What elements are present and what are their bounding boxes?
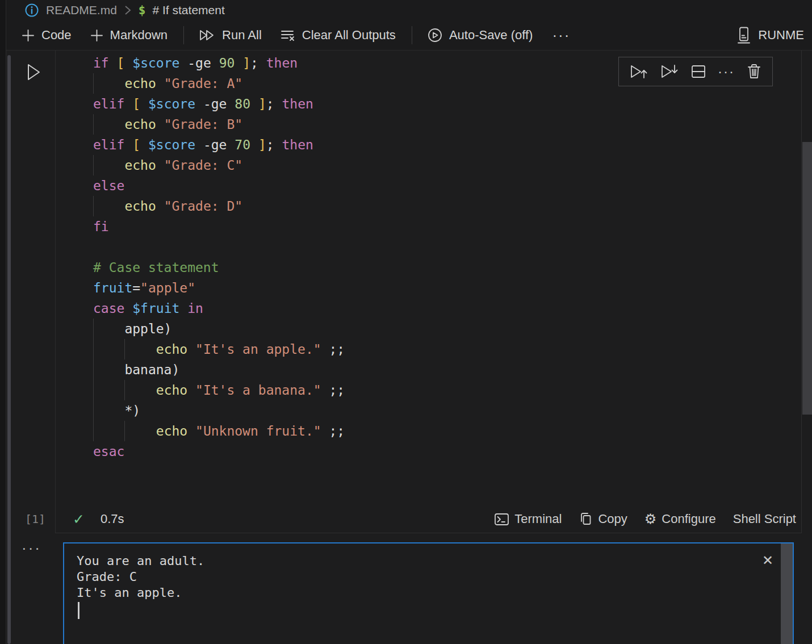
clear-all-outputs-label: Clear All Outputs [302,28,396,43]
run-all-label: Run All [222,28,262,43]
run-all-icon [199,28,216,42]
breadcrumb-file[interactable]: README.md [46,3,117,17]
code-line: echo "Unknown fruit." ;; [93,421,345,441]
split-cell-button[interactable] [690,64,706,80]
add-markdown-button[interactable]: Markdown [90,28,168,43]
code-line: elif [ $score -ge 70 ]; then [93,135,345,155]
add-markdown-label: Markdown [110,28,168,43]
code-line: case $fruit in [93,298,345,319]
output-scrollbar-thumb[interactable] [781,543,793,644]
code-line: echo "Grade: B" [93,114,345,135]
add-icon [21,28,35,43]
output-text: You are an adult.Grade: CIt's an apple. [77,553,204,601]
terminal-label: Terminal [514,512,562,526]
add-code-label: Code [41,28,72,43]
close-icon[interactable]: ✕ [762,553,773,568]
code-line: echo "It's an apple." ;; [93,339,345,359]
code-line: echo "It's a banana." ;; [93,380,345,400]
code-line: echo "Grade: D" [93,196,345,216]
success-check-icon: ✓ [73,505,85,533]
copy-label: Copy [598,512,627,526]
add-code-button[interactable]: Code [21,28,72,43]
code-line: *) [93,400,345,421]
toolbar-more-button[interactable]: ··· [552,27,570,44]
code-lines: if [ $score -ge 90 ]; then echo "Grade: … [93,53,345,462]
run-all-button[interactable]: Run All [199,28,262,43]
configure-button[interactable]: ⚙ Configure [644,512,716,526]
code-line [93,237,345,257]
add-icon [90,28,104,43]
editor-scrollbar-thumb[interactable] [802,142,812,415]
language-label: Shell Script [733,512,796,526]
output-line: Grade: C [77,569,204,585]
code-line: # Case statement [93,257,345,278]
clear-outputs-icon [280,28,296,42]
execution-duration: 0.7s [101,505,124,533]
info-icon [24,3,39,18]
editor-left-strip [0,0,6,644]
terminal-cursor [78,602,79,619]
code-line: apple) [93,319,345,339]
execution-count: [1] [25,505,45,533]
runme-logo-icon [735,26,752,45]
notebook-toolbar: Code Markdown Run All Clear All Outputs … [6,20,812,51]
delete-cell-button[interactable] [746,63,762,80]
code-line: fi [93,216,345,237]
output-line: It's an apple. [77,585,204,601]
code-line: elif [ $score -ge 80 ]; then [93,94,345,114]
run-cell-button[interactable] [25,62,42,82]
copy-icon [579,512,593,526]
runme-label: RUNME [758,28,804,43]
breadcrumb-chevron-icon [124,5,132,16]
cell-status-bar: [1] ✓ 0.7s Terminal Copy ⚙ Configure She… [6,505,802,533]
code-line: banana) [93,359,345,380]
code-line: echo "Grade: C" [93,155,345,175]
cell-code-editor[interactable]: if [ $score -ge 90 ]; then echo "Grade: … [55,51,802,533]
autosave-toggle[interactable]: Auto-Save (off) [427,27,533,43]
autosave-icon [427,27,443,43]
editor-scrollbar[interactable] [801,51,812,533]
configure-label: Configure [662,512,715,526]
output-line: You are an adult. [77,553,204,569]
breadcrumb: README.md $ # If statement [6,0,812,20]
breadcrumb-symbol[interactable]: $ [139,3,146,17]
output-terminal[interactable]: You are an adult.Grade: CIt's an apple. … [63,542,794,644]
terminal-icon [494,512,509,526]
execute-above-button[interactable] [629,63,648,80]
configure-icon: ⚙ [644,512,657,526]
code-line: else [93,175,345,196]
output-more-button[interactable]: ··· [22,540,41,557]
cell-focus-bar [7,55,11,644]
autosave-label: Auto-Save (off) [449,28,533,43]
code-line: echo "Grade: A" [93,73,345,94]
toolbar-divider [183,26,184,44]
code-line: esac [93,441,345,462]
clear-all-outputs-button[interactable]: Clear All Outputs [280,28,396,43]
language-picker[interactable]: Shell Script [733,512,796,526]
code-line: if [ $score -ge 90 ]; then [93,53,345,73]
cell-toolbar: ··· [618,57,773,86]
runme-button[interactable]: RUNME [735,26,812,45]
cell-more-button[interactable]: ··· [718,64,735,80]
code-line: fruit="apple" [93,278,345,298]
status-bar-actions: Terminal Copy ⚙ Configure Shell Script [494,505,796,533]
execute-below-button[interactable] [660,63,679,80]
toolbar-divider [412,26,412,44]
copy-button[interactable]: Copy [579,512,627,526]
terminal-button[interactable]: Terminal [494,512,562,526]
breadcrumb-section[interactable]: # If statement [153,3,225,17]
